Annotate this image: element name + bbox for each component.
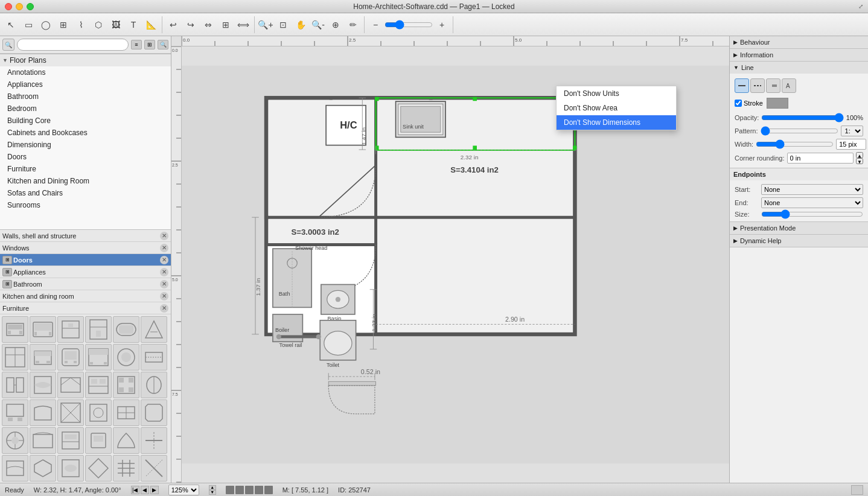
furniture-item[interactable] [85,399,112,426]
furniture-item[interactable] [85,427,112,454]
furniture-item[interactable] [141,455,167,482]
corner-rounding-input[interactable] [787,153,854,164]
sidebar-item-kitchen[interactable]: Kitchen and Dining Room [0,175,171,187]
list-view-btn[interactable]: ≡ [131,40,142,49]
furniture-item[interactable] [30,344,56,370]
text-tool[interactable]: T [125,16,142,33]
cat-walls[interactable]: Walls, shell and structure ✕ [0,230,171,242]
furniture-item[interactable] [113,427,139,454]
sidebar-item-building-core[interactable]: Building Core [0,115,171,127]
furniture-item[interactable] [2,455,28,482]
record-btn-3[interactable] [245,486,254,494]
furniture-item[interactable] [85,316,112,343]
furniture-item[interactable] [30,372,56,398]
dynamic-help-header[interactable]: ▶ Dynamic Help [730,235,868,247]
information-header[interactable]: ▶ Information [730,49,868,61]
furniture-item[interactable] [85,455,112,482]
opacity-slider[interactable] [761,113,844,122]
furniture-item[interactable] [57,344,84,370]
sidebar-item-annotations[interactable]: Annotations [0,66,171,78]
furniture-item[interactable] [2,316,28,343]
mirror-btn[interactable]: ⇔ [200,16,217,33]
zoom-out-btn[interactable]: 🔍- [310,16,327,33]
zoom-plus-btn[interactable]: + [433,16,450,33]
cat-furniture[interactable]: Furniture ✕ [0,302,171,314]
page-first[interactable]: |◀ [131,486,139,494]
presentation-header[interactable]: ▶ Presentation Mode [730,222,868,234]
furniture-item[interactable] [85,372,112,398]
furniture-item[interactable] [141,344,167,370]
sidebar-item-sunrooms[interactable]: Sunrooms [0,199,171,211]
sidebar-item-bedroom[interactable]: Bedroom [0,103,171,115]
line-style-solid[interactable] [735,78,749,93]
zoom-step-down[interactable]: ▼ [209,490,216,495]
furniture-item[interactable] [141,316,167,343]
grid-view-btn[interactable]: ⊞ [144,40,155,49]
start-select[interactable]: NoneArrowCircle [761,184,863,195]
furniture-item[interactable] [2,427,28,454]
end-select[interactable]: NoneArrowCircle [761,197,863,208]
search-input[interactable] [17,39,129,51]
cat-appliances[interactable]: ⊞ Appliances ✕ [0,266,171,278]
line-style-dashed[interactable] [750,78,765,93]
cat-appliances-view[interactable]: ⊞ [2,268,12,276]
dont-show-dimensions[interactable]: Don't Show Dimensions [557,115,676,130]
furniture-item[interactable] [113,316,139,343]
furniture-item[interactable] [57,399,84,426]
undo-btn[interactable]: ↩ [165,16,182,33]
pattern-select[interactable]: 1:2: [841,126,863,136]
measure-tool[interactable]: 📐 [142,16,159,33]
dont-show-area[interactable]: Don't Show Area [557,101,676,115]
pan-btn[interactable]: ✋ [292,16,309,33]
canvas-area[interactable]: /* ruler ticks drawn via JS below */ 0.0… [171,36,729,483]
sidebar-item-furniture[interactable]: Furniture [0,163,171,175]
zoom-fit-btn[interactable]: ⊡ [275,16,292,33]
draw-ellipse-tool[interactable]: ◯ [37,16,54,33]
furniture-item[interactable] [2,344,28,370]
sidebar-item-cabinets[interactable]: Cabinets and Bookcases [0,127,171,139]
furniture-item[interactable] [30,427,56,454]
furniture-item[interactable] [30,455,56,482]
cat-windows[interactable]: Windows ✕ [0,242,171,254]
dont-show-units[interactable]: Don't Show Units [557,86,676,101]
furniture-item[interactable] [2,372,28,398]
cat-furniture-close[interactable]: ✕ [160,304,168,313]
width-slider[interactable] [756,140,834,148]
furniture-item[interactable] [113,372,139,398]
cat-windows-close[interactable]: ✕ [160,244,168,252]
draw-table-tool[interactable]: ⊞ [55,16,72,33]
size-slider[interactable] [761,211,863,218]
align-btn[interactable]: ⊞ [217,16,234,33]
furniture-item[interactable] [113,344,139,370]
stroke-color-picker[interactable] [767,98,788,109]
page-next[interactable]: ▶ [150,486,159,494]
select-tool[interactable]: ↖ [2,16,19,33]
furniture-item[interactable] [57,455,84,482]
cat-kitchen-dining[interactable]: Kitchen and dining room ✕ [0,290,171,302]
furniture-item[interactable] [141,399,167,426]
distribute-btn[interactable]: ⟺ [235,16,252,33]
redo-btn[interactable]: ↪ [182,16,199,33]
cat-bathroom-view[interactable]: ⊞ [2,280,12,288]
furniture-item[interactable] [57,427,84,454]
cat-doors-view[interactable]: ⊞ [2,256,12,264]
corner-down[interactable]: ▼ [856,158,863,164]
cat-bathroom[interactable]: ⊞ Bathroom ✕ [0,278,171,290]
furniture-item[interactable] [113,455,139,482]
pencil-tool[interactable]: ✏ [345,16,362,33]
sidebar-item-doors[interactable]: Doors [0,151,171,163]
floor-plans-header[interactable]: ▼ Floor Plans [0,54,171,66]
maximize-btn[interactable] [27,3,34,10]
furniture-item[interactable] [85,344,112,370]
record-btn-5[interactable] [264,486,273,494]
sidebar-item-bathroom[interactable]: Bathroom [0,91,171,103]
furniture-item[interactable] [57,372,84,398]
zoom-window-btn[interactable]: ⊕ [327,16,344,33]
record-btn-1[interactable] [226,486,234,494]
line-style-dotted[interactable] [766,78,780,93]
zoom-minus-btn[interactable]: − [367,16,384,33]
resize-handle[interactable] [851,485,863,495]
furniture-item[interactable] [57,316,84,343]
furniture-item[interactable] [141,427,167,454]
pattern-slider[interactable] [761,127,838,135]
